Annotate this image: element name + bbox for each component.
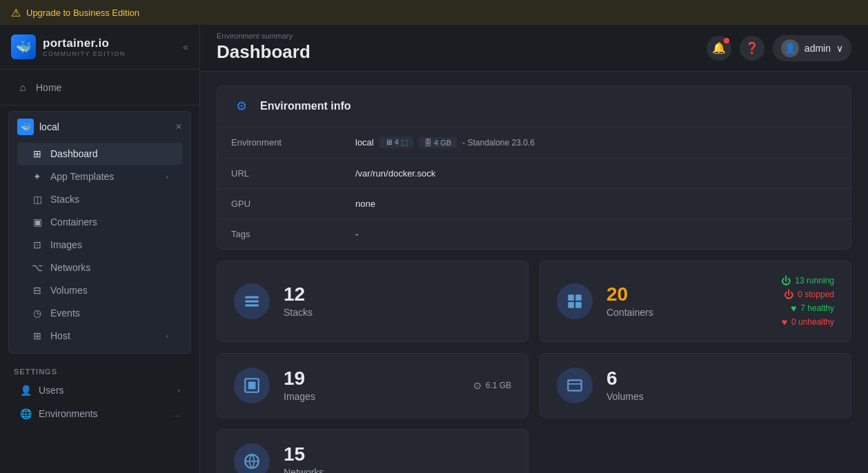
env-name-label: local [39, 121, 59, 132]
svg-rect-8 [248, 382, 256, 390]
environments-icon: 🌐 [19, 408, 32, 419]
content-wrapper: Environment summary Dashboard 🔔 ❓ 👤 admi… [200, 25, 868, 473]
username-label: admin [805, 43, 831, 54]
sidebar: 🐳 portainer.io COMMUNITY EDITION « ⌂ Hom… [0, 25, 200, 473]
images-stat-icon [234, 368, 270, 403]
environments-chevron: … [172, 410, 180, 418]
sidebar-item-containers[interactable]: ▣ Containers [17, 211, 182, 233]
gpu-text: none [355, 199, 375, 209]
env-info-row-environment: Environment local 🖥 4 ⬚ 🗄 4 GB - Standal… [217, 127, 851, 159]
sidebar-item-networks[interactable]: ⌥ Networks [17, 256, 182, 279]
sidebar-logo: 🐳 portainer.io COMMUNITY EDITION « [0, 25, 199, 70]
containers-count: 20 [606, 285, 767, 304]
env-docker-icon: 🐳 [17, 119, 34, 135]
sidebar-item-dashboard[interactable]: ⊞ Dashboard [17, 143, 182, 165]
host-chevron: › [166, 332, 168, 340]
breadcrumb: Environment summary [217, 32, 310, 40]
env-ram-chip: 🗄 4 GB [419, 137, 457, 148]
tags-value: - [355, 229, 358, 239]
stat-card-stacks[interactable]: 12 Stacks [217, 261, 529, 342]
containers-unhealthy: ♥ 0 unhealthy [781, 316, 834, 328]
dashboard-icon: ⊞ [31, 148, 43, 159]
containers-healthy: ♥ 7 healthy [781, 303, 834, 314]
images-label: Images [50, 239, 82, 250]
stacks-label: Stacks [284, 307, 511, 318]
page-title: Dashboard [217, 41, 310, 63]
url-text: /var/run/docker.sock [355, 168, 435, 179]
containers-label: Containers [606, 307, 767, 318]
stat-card-networks[interactable]: 15 Networks [217, 429, 529, 473]
stat-card-volumes[interactable]: 6 Volumes [540, 353, 851, 418]
svg-rect-1 [245, 300, 259, 302]
svg-rect-5 [568, 302, 574, 308]
env-info-row-url: URL /var/run/docker.sock [217, 159, 851, 189]
logo-area: 🐳 portainer.io COMMUNITY EDITION [11, 34, 126, 59]
host-icon: ⊞ [31, 330, 43, 341]
sidebar-item-images[interactable]: ⊡ Images [17, 234, 182, 256]
notification-badge [724, 38, 729, 43]
env-label: Environment [231, 137, 355, 148]
logo-text: portainer.io COMMUNITY EDITION [43, 37, 126, 57]
env-info-table: Environment local 🖥 4 ⬚ 🗄 4 GB - Standal… [217, 127, 851, 249]
sidebar-item-volumes[interactable]: ⊟ Volumes [17, 279, 182, 301]
stat-card-images[interactable]: 19 Images ⊙ 6.1 GB [217, 353, 529, 418]
networks-stat-icon [234, 443, 270, 473]
images-size-text: 6.1 GB [486, 381, 511, 390]
volumes-count: 6 [606, 369, 834, 388]
env-info-title: Environment info [260, 100, 351, 112]
env-info-row-tags: Tags - [217, 219, 851, 249]
networks-count: 15 [284, 445, 511, 464]
notifications-button[interactable]: 🔔 [707, 36, 731, 61]
env-standalone: - Standalone 23.0.6 [462, 138, 535, 148]
user-menu-button[interactable]: 👤 admin ∨ [773, 35, 851, 61]
environment-block: 🐳 local ✕ ⊞ Dashboard ✦ App Templates › … [8, 111, 191, 354]
events-label: Events [50, 308, 80, 319]
images-label: Images [284, 391, 460, 402]
svg-rect-4 [575, 294, 582, 301]
home-nav: ⌂ Home [0, 70, 199, 105]
sidebar-item-stacks[interactable]: ◫ Stacks [17, 188, 182, 210]
sidebar-item-users[interactable]: 👤 Users › [6, 379, 194, 401]
user-avatar: 👤 [781, 39, 799, 57]
containers-stopped: ⏻ 0 stopped [781, 289, 834, 300]
networks-stat-info: 15 Networks [284, 445, 511, 473]
svg-rect-3 [568, 294, 574, 301]
app-templates-label: App Templates [50, 171, 114, 182]
unhealthy-icon: ♥ [782, 316, 787, 328]
containers-stat-icon [557, 283, 593, 319]
stat-card-containers[interactable]: 20 Containers ⏻ 13 running ⏻ 0 stopped [540, 261, 851, 342]
volumes-label: Volumes [50, 285, 88, 296]
containers-stat-details: ⏻ 13 running ⏻ 0 stopped ♥ 7 healthy [781, 275, 834, 328]
help-button[interactable]: ❓ [740, 36, 765, 61]
users-label: Users [39, 385, 64, 396]
dashboard-content: ⚙ Environment info Environment local 🖥 4… [200, 72, 868, 473]
settings-section-label: Settings [0, 359, 199, 379]
stats-grid: 12 Stacks [217, 261, 851, 418]
sidebar-item-host[interactable]: ⊞ Host › [17, 325, 182, 347]
volumes-label: Volumes [606, 391, 834, 402]
tags-label: Tags [231, 229, 355, 239]
containers-running: ⏻ 13 running [781, 275, 834, 286]
env-info-icon: ⚙ [231, 96, 252, 117]
sidebar-nav: ⊞ Dashboard ✦ App Templates › ◫ Stacks ▣… [12, 139, 188, 350]
sidebar-item-environments[interactable]: 🌐 Environments … [6, 403, 194, 425]
svg-rect-0 [245, 296, 259, 298]
stacks-stat-icon [234, 283, 270, 319]
images-icon: ⊡ [31, 239, 43, 250]
upgrade-banner[interactable]: ⚠ Upgrade to Business Edition [0, 0, 868, 25]
sidebar-item-app-templates[interactable]: ✦ App Templates › [17, 165, 182, 188]
images-count: 19 [284, 369, 460, 388]
volumes-icon: ⊟ [31, 285, 43, 296]
images-stat-info: 19 Images [284, 369, 460, 402]
env-close-button[interactable]: ✕ [175, 122, 182, 132]
env-header: 🐳 local ✕ [12, 114, 188, 139]
app-templates-chevron: › [166, 172, 168, 181]
users-icon: 👤 [19, 385, 32, 396]
page-header: Environment summary Dashboard [217, 25, 310, 71]
sidebar-item-home[interactable]: ⌂ Home [8, 75, 191, 99]
url-value: /var/run/docker.sock [355, 168, 435, 179]
sidebar-item-events[interactable]: ◷ Events [17, 302, 182, 324]
images-size: ⊙ 6.1 GB [473, 380, 511, 391]
collapse-button[interactable]: « [183, 41, 188, 52]
healthy-icon: ♥ [791, 303, 796, 314]
